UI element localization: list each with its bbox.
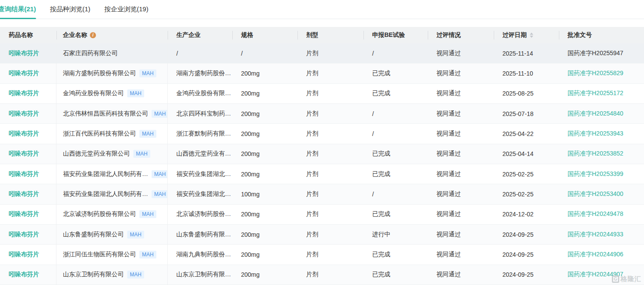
approval-number-link[interactable]: 国药准字H20254840 <box>568 110 623 118</box>
drug-name-link[interactable]: 吲哚布芬片 <box>9 70 39 77</box>
company-name-cell: 湖南方盛制药股份有限公司MAH <box>56 63 168 83</box>
approval-number-link[interactable]: 国药准字H20253943 <box>568 130 623 138</box>
producer-cell: 北京四环科宝制药… <box>168 104 232 123</box>
spec-cell: 200mg <box>232 164 297 184</box>
dosage-form-text: 片剂 <box>306 271 318 278</box>
drug-name-link[interactable]: 吲哚布芬片 <box>9 50 39 57</box>
be-trial-cell: 已完成 <box>363 164 428 184</box>
be-trial-cell: / <box>363 184 428 204</box>
info-icon[interactable]: i <box>90 32 96 38</box>
table-row[interactable]: 吲哚布芬片北京伟林恒昌医药科技有限公司MAH北京四环科宝制药…200mg片剂/视… <box>0 104 644 124</box>
table-row[interactable]: 吲哚布芬片福安药业集团湖北人民制药有…MAH福安药业集团湖北…100mg片剂/视… <box>0 184 644 204</box>
approval-number-link[interactable]: 国药准字H20244907 <box>568 271 623 278</box>
approval-number-text: 国药准字H20255947 <box>568 50 623 57</box>
drug-name-link[interactable]: 吲哚布芬片 <box>9 210 39 218</box>
drug-name-cell: 吲哚布芬片 <box>0 63 56 83</box>
drug-name-cell: 吲哚布芬片 <box>0 104 56 123</box>
dosage-form-text: 片剂 <box>306 89 318 97</box>
producer-cell: 山东京卫制药有限… <box>168 265 232 285</box>
column-header-label: 规格 <box>241 31 253 39</box>
producer-cell: 金鸿药业股份有限… <box>168 84 232 103</box>
company-name-text: 浙江百代医药科技有限公司 <box>63 130 136 138</box>
table-row[interactable]: 吲哚布芬片浙江同伍生物医药有限公司MAH湖南九典制药股份…200mg片剂已完成视… <box>0 245 644 265</box>
drug-name-link[interactable]: 吲哚布芬片 <box>9 271 39 278</box>
spec-cell: 200mg <box>232 205 297 224</box>
mah-badge: MAH <box>127 231 144 239</box>
approval-number-link[interactable]: 国药准字H20255172 <box>568 89 623 97</box>
review-date-text: 2024-09-25 <box>502 231 534 238</box>
mah-badge: MAH <box>139 210 156 218</box>
spec-text: 200mg <box>241 251 260 258</box>
tab-by-company[interactable]: 按企业浏览(19) <box>104 0 149 19</box>
approval-number-cell: 国药准字H20244907 <box>559 265 644 285</box>
table-row[interactable]: 吲哚布芬片山西德元堂药业有限公司MAH山西德元堂药业有…200mg片剂已完成视同… <box>0 144 644 164</box>
review-status-text: 视同通过 <box>436 89 461 97</box>
be-trial-cell: 已完成 <box>363 144 428 164</box>
company-name-cell: 福安药业集团湖北人民制药有…MAH <box>56 184 168 204</box>
column-header-label: 过评情况 <box>436 31 461 39</box>
producer-cell: 北京诚济制药股份… <box>168 205 232 224</box>
tab-query-results[interactable]: 查询结果(21) <box>0 0 36 19</box>
table-row[interactable]: 吲哚布芬片浙江百代医药科技有限公司MAH浙江赛默制药有限…200mg片剂/视同通… <box>0 124 644 144</box>
dosage-form-text: 片剂 <box>306 130 318 138</box>
drug-name-cell: 吲哚布芬片 <box>0 184 56 204</box>
table-row[interactable]: 吲哚布芬片山东京卫制药有限公司MAH山东京卫制药有限…200mg片剂已完成视同通… <box>0 265 644 285</box>
drug-name-link[interactable]: 吲哚布芬片 <box>9 251 39 258</box>
column-header-label: 企业名称 <box>63 31 87 39</box>
table-row[interactable]: 吲哚布芬片湖南方盛制药股份有限公司MAH湖南方盛制药股份…200mg片剂已完成视… <box>0 63 644 83</box>
review-date-cell: 2025-04-22 <box>494 124 559 143</box>
review-date-text: 2025-04-14 <box>502 150 534 157</box>
review-status-text: 视同通过 <box>436 130 461 138</box>
column-header-producer: 生产企业 <box>168 27 232 43</box>
column-header-be-trial: 申报BE试验 <box>363 27 428 43</box>
drug-name-link[interactable]: 吲哚布芬片 <box>9 231 39 239</box>
dosage-form-cell: 片剂 <box>297 124 363 143</box>
company-name-text: 浙江同伍生物医药有限公司 <box>63 251 136 258</box>
column-header-dosage-form: 剂型 <box>297 27 363 43</box>
table-row[interactable]: 吲哚布芬片金鸿药业股份有限公司MAH金鸿药业股份有限…200mg片剂已完成视同通… <box>0 84 644 104</box>
drug-name-link[interactable]: 吲哚布芬片 <box>9 190 39 198</box>
be-trial-text: 进行中 <box>372 231 390 239</box>
spec-text: 200mg <box>241 171 260 178</box>
review-status-cell: 视同通过 <box>428 225 494 244</box>
sort-icon[interactable] <box>530 33 533 38</box>
approval-number-link[interactable]: 国药准字H20249478 <box>568 210 623 218</box>
review-date-cell: 2025-04-14 <box>494 144 559 164</box>
table-row[interactable]: 吲哚布芬片山东鲁盛制药有限公司MAH山东鲁盛制药有限…200mg片剂进行中视同通… <box>0 225 644 245</box>
approval-number-link[interactable]: 国药准字H20253852 <box>568 150 623 158</box>
drug-name-link[interactable]: 吲哚布芬片 <box>9 150 39 158</box>
mah-badge: MAH <box>139 70 156 77</box>
drug-name-link[interactable]: 吲哚布芬片 <box>9 89 39 97</box>
producer-text: 福安药业集团湖北… <box>176 170 231 178</box>
be-trial-text: 已完成 <box>372 170 390 178</box>
table-row[interactable]: 吲哚布芬片北京诚济制药股份有限公司MAH北京诚济制药股份…200mg片剂已完成视… <box>0 205 644 225</box>
review-status-cell: 视同通过 <box>428 245 494 264</box>
review-status-cell: 视同通过 <box>428 124 494 143</box>
table-row[interactable]: 吲哚布芬片石家庄四药有限公司//片剂/视同通过2025-11-14国药准字H20… <box>0 43 644 63</box>
be-trial-cell: 已完成 <box>363 265 428 285</box>
approval-number-cell: 国药准字H20253943 <box>559 124 644 143</box>
review-date-cell: 2025-02-25 <box>494 164 559 184</box>
spec-cell: 200mg <box>232 104 297 123</box>
column-header-label: 药品名称 <box>9 31 33 39</box>
approval-number-link[interactable]: 国药准字H20244906 <box>568 251 623 258</box>
table-row[interactable]: 吲哚布芬片福安药业集团湖北人民制药有…MAH福安药业集团湖北…200mg片剂已完… <box>0 164 644 184</box>
company-name-text: 北京伟林恒昌医药科技有限公司 <box>63 110 148 118</box>
drug-name-link[interactable]: 吲哚布芬片 <box>9 110 39 118</box>
review-date-text: 2025-04-22 <box>502 130 534 137</box>
approval-number-link[interactable]: 国药准字H20255829 <box>568 70 623 77</box>
approval-number-link[interactable]: 国药准字H20244933 <box>568 231 623 239</box>
tab-by-variety[interactable]: 按品种浏览(1) <box>50 0 90 19</box>
drug-name-link[interactable]: 吲哚布芬片 <box>9 170 39 178</box>
approval-number-link[interactable]: 国药准字H20253399 <box>568 170 623 178</box>
drug-name-link[interactable]: 吲哚布芬片 <box>9 130 39 138</box>
mah-badge: MAH <box>139 251 156 258</box>
producer-text: / <box>176 50 178 57</box>
approval-number-link[interactable]: 国药准字H20253400 <box>568 190 623 198</box>
review-date-cell: 2024-09-25 <box>494 245 559 264</box>
mah-badge: MAH <box>152 170 168 178</box>
spec-cell: 200mg <box>232 124 297 143</box>
drug-name-cell: 吲哚布芬片 <box>0 84 56 103</box>
review-date-text: 2025-11-10 <box>502 70 533 77</box>
drug-name-cell: 吲哚布芬片 <box>0 265 56 285</box>
